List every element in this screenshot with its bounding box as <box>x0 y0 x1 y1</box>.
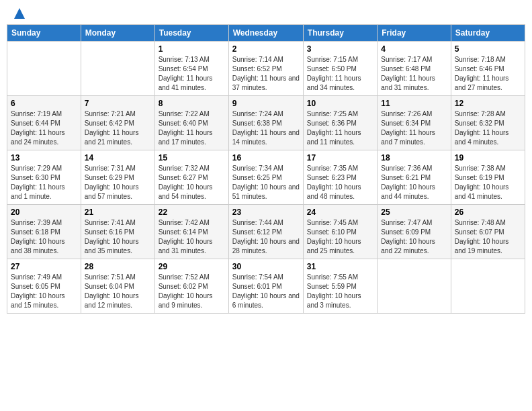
day-number: 15 <box>159 153 225 163</box>
day-number: 28 <box>85 262 151 271</box>
calendar-cell: 2Sunrise: 7:14 AMSunset: 6:52 PMDaylight… <box>228 42 303 96</box>
day-number: 5 <box>455 44 521 54</box>
day-number: 12 <box>455 99 521 108</box>
week-row-3: 13Sunrise: 7:29 AMSunset: 6:30 PMDayligh… <box>7 150 525 205</box>
day-details: Sunrise: 7:45 AMSunset: 6:10 PMDaylight:… <box>307 218 373 256</box>
day-details: Sunrise: 7:31 AMSunset: 6:29 PMDaylight:… <box>85 164 151 201</box>
calendar-cell <box>7 42 81 96</box>
col-header-monday: Monday <box>81 25 154 42</box>
day-number: 25 <box>381 208 447 217</box>
day-details: Sunrise: 7:14 AMSunset: 6:52 PMDaylight:… <box>232 55 300 93</box>
day-number: 4 <box>381 44 447 54</box>
calendar-cell: 24Sunrise: 7:45 AMSunset: 6:10 PMDayligh… <box>303 205 377 259</box>
header-row: SundayMondayTuesdayWednesdayThursdayFrid… <box>7 25 525 42</box>
calendar-cell: 23Sunrise: 7:44 AMSunset: 6:12 PMDayligh… <box>228 205 303 259</box>
day-details: Sunrise: 7:17 AMSunset: 6:48 PMDaylight:… <box>381 55 447 93</box>
day-number: 24 <box>307 208 373 217</box>
day-details: Sunrise: 7:47 AMSunset: 6:09 PMDaylight:… <box>381 218 447 256</box>
day-details: Sunrise: 7:18 AMSunset: 6:46 PMDaylight:… <box>455 55 521 93</box>
day-number: 10 <box>307 99 373 108</box>
col-header-sunday: Sunday <box>7 25 81 42</box>
day-number: 21 <box>85 208 151 217</box>
day-number: 14 <box>85 153 151 163</box>
day-details: Sunrise: 7:25 AMSunset: 6:36 PMDaylight:… <box>307 109 373 147</box>
day-number: 11 <box>381 99 447 108</box>
calendar-cell: 3Sunrise: 7:15 AMSunset: 6:50 PMDaylight… <box>303 42 377 96</box>
day-details: Sunrise: 7:39 AMSunset: 6:18 PMDaylight:… <box>11 218 77 256</box>
day-number: 31 <box>307 262 373 271</box>
calendar-cell: 18Sunrise: 7:36 AMSunset: 6:21 PMDayligh… <box>378 150 451 205</box>
day-details: Sunrise: 7:13 AMSunset: 6:54 PMDaylight:… <box>159 55 225 93</box>
calendar-cell: 30Sunrise: 7:54 AMSunset: 6:01 PMDayligh… <box>228 259 303 314</box>
day-details: Sunrise: 7:42 AMSunset: 6:14 PMDaylight:… <box>159 218 225 256</box>
day-number: 9 <box>232 99 300 108</box>
day-number: 2 <box>232 44 300 54</box>
day-details: Sunrise: 7:21 AMSunset: 6:42 PMDaylight:… <box>85 109 151 147</box>
day-number: 30 <box>232 262 300 271</box>
day-number: 1 <box>159 44 225 54</box>
calendar-cell <box>378 259 451 314</box>
calendar-cell: 11Sunrise: 7:26 AMSunset: 6:34 PMDayligh… <box>378 96 451 150</box>
day-details: Sunrise: 7:35 AMSunset: 6:23 PMDaylight:… <box>307 164 373 201</box>
day-details: Sunrise: 7:22 AMSunset: 6:40 PMDaylight:… <box>159 109 225 147</box>
calendar-cell: 20Sunrise: 7:39 AMSunset: 6:18 PMDayligh… <box>7 205 81 259</box>
calendar-cell: 22Sunrise: 7:42 AMSunset: 6:14 PMDayligh… <box>154 205 228 259</box>
week-row-2: 6Sunrise: 7:19 AMSunset: 6:44 PMDaylight… <box>7 96 525 150</box>
calendar-cell: 25Sunrise: 7:47 AMSunset: 6:09 PMDayligh… <box>378 205 451 259</box>
col-header-tuesday: Tuesday <box>154 25 228 42</box>
day-details: Sunrise: 7:44 AMSunset: 6:12 PMDaylight:… <box>232 218 300 256</box>
calendar-cell: 13Sunrise: 7:29 AMSunset: 6:30 PMDayligh… <box>7 150 81 205</box>
calendar-cell: 9Sunrise: 7:24 AMSunset: 6:38 PMDaylight… <box>228 96 303 150</box>
calendar-cell: 12Sunrise: 7:28 AMSunset: 6:32 PMDayligh… <box>451 96 525 150</box>
calendar-cell: 7Sunrise: 7:21 AMSunset: 6:42 PMDaylight… <box>81 96 154 150</box>
day-number: 7 <box>85 99 151 108</box>
calendar-cell: 19Sunrise: 7:38 AMSunset: 6:19 PMDayligh… <box>451 150 525 205</box>
day-number: 6 <box>11 99 77 108</box>
calendar-cell: 15Sunrise: 7:32 AMSunset: 6:27 PMDayligh… <box>154 150 228 205</box>
page-header <box>7 7 525 20</box>
calendar-cell: 21Sunrise: 7:41 AMSunset: 6:16 PMDayligh… <box>81 205 154 259</box>
calendar-cell: 14Sunrise: 7:31 AMSunset: 6:29 PMDayligh… <box>81 150 154 205</box>
day-number: 20 <box>11 208 77 217</box>
col-header-wednesday: Wednesday <box>228 25 303 42</box>
day-details: Sunrise: 7:24 AMSunset: 6:38 PMDaylight:… <box>232 109 300 147</box>
day-number: 8 <box>159 99 225 108</box>
day-details: Sunrise: 7:34 AMSunset: 6:25 PMDaylight:… <box>232 164 300 201</box>
day-number: 16 <box>232 153 300 163</box>
day-details: Sunrise: 7:32 AMSunset: 6:27 PMDaylight:… <box>159 164 225 201</box>
day-number: 17 <box>307 153 373 163</box>
logo <box>12 9 26 17</box>
calendar-cell: 8Sunrise: 7:22 AMSunset: 6:40 PMDaylight… <box>154 96 228 150</box>
week-row-4: 20Sunrise: 7:39 AMSunset: 6:18 PMDayligh… <box>7 205 525 259</box>
calendar-cell: 26Sunrise: 7:48 AMSunset: 6:07 PMDayligh… <box>451 205 525 259</box>
day-number: 23 <box>232 208 300 217</box>
calendar-cell: 16Sunrise: 7:34 AMSunset: 6:25 PMDayligh… <box>228 150 303 205</box>
day-number: 22 <box>159 208 225 217</box>
calendar-cell: 31Sunrise: 7:55 AMSunset: 5:59 PMDayligh… <box>303 259 377 314</box>
calendar-cell: 5Sunrise: 7:18 AMSunset: 6:46 PMDaylight… <box>451 42 525 96</box>
calendar-cell <box>451 259 525 314</box>
day-number: 13 <box>11 153 77 163</box>
logo-arrow-icon <box>13 7 26 20</box>
day-number: 27 <box>11 262 77 271</box>
calendar-cell: 6Sunrise: 7:19 AMSunset: 6:44 PMDaylight… <box>7 96 81 150</box>
day-number: 29 <box>159 262 225 271</box>
day-details: Sunrise: 7:55 AMSunset: 5:59 PMDaylight:… <box>307 273 373 310</box>
col-header-thursday: Thursday <box>303 25 377 42</box>
calendar-table: SundayMondayTuesdayWednesdayThursdayFrid… <box>7 24 525 314</box>
calendar-cell: 28Sunrise: 7:51 AMSunset: 6:04 PMDayligh… <box>81 259 154 314</box>
day-details: Sunrise: 7:19 AMSunset: 6:44 PMDaylight:… <box>11 109 77 147</box>
day-number: 19 <box>455 153 521 163</box>
day-details: Sunrise: 7:52 AMSunset: 6:02 PMDaylight:… <box>159 273 225 310</box>
col-header-friday: Friday <box>378 25 451 42</box>
day-details: Sunrise: 7:26 AMSunset: 6:34 PMDaylight:… <box>381 109 447 147</box>
calendar-cell: 27Sunrise: 7:49 AMSunset: 6:05 PMDayligh… <box>7 259 81 314</box>
col-header-saturday: Saturday <box>451 25 525 42</box>
week-row-1: 1Sunrise: 7:13 AMSunset: 6:54 PMDaylight… <box>7 42 525 96</box>
day-details: Sunrise: 7:36 AMSunset: 6:21 PMDaylight:… <box>381 164 447 201</box>
calendar-cell: 10Sunrise: 7:25 AMSunset: 6:36 PMDayligh… <box>303 96 377 150</box>
week-row-5: 27Sunrise: 7:49 AMSunset: 6:05 PMDayligh… <box>7 259 525 314</box>
calendar-cell: 17Sunrise: 7:35 AMSunset: 6:23 PMDayligh… <box>303 150 377 205</box>
day-details: Sunrise: 7:54 AMSunset: 6:01 PMDaylight:… <box>232 273 300 310</box>
calendar-cell: 4Sunrise: 7:17 AMSunset: 6:48 PMDaylight… <box>378 42 451 96</box>
